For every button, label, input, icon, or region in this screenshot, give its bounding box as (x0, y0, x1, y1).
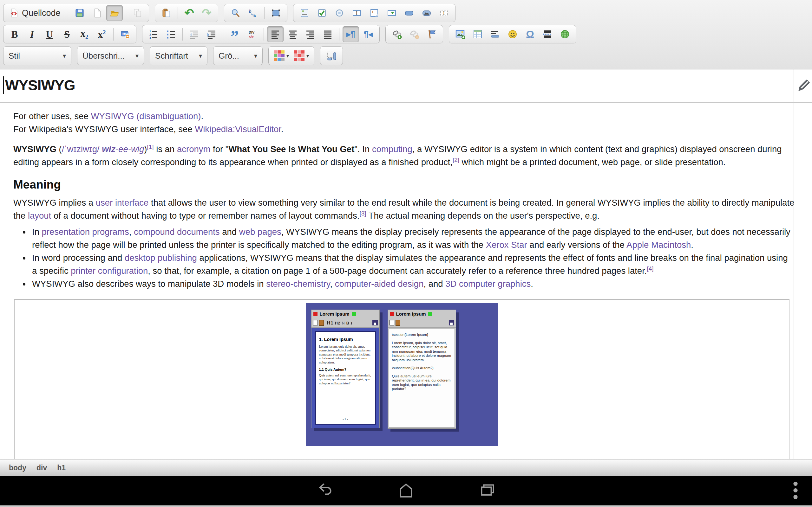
indent-button[interactable] (203, 26, 220, 42)
format-dropdown[interactable]: Überschri... ▾ (77, 46, 144, 65)
toolbar-group-paragraph: 123 ” DIV</> ▸¶ ¶◂ (142, 25, 380, 43)
chevron-down-icon: ▾ (199, 52, 202, 60)
window-close-icon (313, 312, 317, 316)
path-item-div[interactable]: div (37, 464, 47, 472)
path-item-body[interactable]: body (9, 464, 26, 472)
italic-button[interactable]: I (24, 26, 40, 42)
format-dropdown-label: Überschri... (83, 51, 125, 61)
redo-button[interactable]: ↷ (199, 5, 215, 21)
special-char-button[interactable]: Ω (522, 26, 538, 42)
figure-source-paragraph: Lorem ipsum, quia dolor sit, amet, conse… (392, 341, 452, 362)
separator (113, 28, 113, 41)
find-icon (231, 8, 240, 18)
align-left-icon (270, 30, 280, 39)
figure-right-content: \section{Lorem Ipsum} Lorem ipsum, quia … (389, 329, 455, 428)
figure-window-titlebar: Lorem Ipsum (311, 310, 379, 318)
horizontal-rule-button[interactable] (487, 26, 503, 42)
window-close-icon (390, 312, 394, 316)
blockquote-button[interactable]: ” (226, 26, 243, 42)
undo-button[interactable]: ↶ (181, 5, 198, 21)
style-dropdown[interactable]: Stil ▾ (3, 46, 71, 65)
copy-button[interactable] (130, 5, 146, 21)
open-folder-button[interactable] (106, 5, 123, 21)
anchor-button[interactable] (423, 26, 440, 42)
source-button[interactable]: Quellcode (6, 5, 65, 21)
text-color-icon (274, 50, 285, 61)
align-justify-button[interactable] (319, 26, 336, 42)
align-right-icon (305, 30, 315, 39)
save-icon (75, 8, 84, 18)
edit-pencil-icon[interactable] (795, 78, 812, 95)
paste-button[interactable] (158, 5, 174, 21)
page-title: WYSIWYG (0, 69, 812, 94)
insert-image-button[interactable] (452, 26, 468, 42)
radio-button-button[interactable] (331, 5, 348, 21)
align-right-button[interactable] (302, 26, 318, 42)
home-button[interactable] (397, 482, 415, 501)
superscript-button[interactable]: x2 (94, 26, 110, 42)
path-item-h1[interactable]: h1 (57, 464, 66, 472)
bidi-rtl-button[interactable]: ¶◂ (360, 26, 376, 42)
new-page-button[interactable] (89, 5, 105, 21)
maximize-button[interactable] (323, 48, 340, 64)
textarea-button[interactable]: I (366, 5, 383, 21)
text-field-button[interactable]: I (349, 5, 365, 21)
smiley-button[interactable] (504, 26, 521, 42)
toolbar-group-colors: ▾ ▾ (268, 46, 314, 65)
radio-button-icon (335, 8, 344, 18)
strikethrough-button[interactable]: S (59, 26, 75, 42)
insert-table-button[interactable] (469, 26, 486, 42)
save-button[interactable] (71, 5, 88, 21)
button-field-button[interactable] (401, 5, 417, 21)
select-all-button[interactable] (268, 5, 284, 21)
toolbar-group-document: Quellcode (3, 4, 149, 22)
toolbar-group-basicstyles: B I U S x2 x2 HTML (3, 25, 136, 43)
find-button[interactable] (227, 5, 244, 21)
toolbar-row-3: Stil ▾ Überschri... ▾ Schriftart ▾ Grö..… (3, 46, 809, 65)
hidden-field-icon: I (439, 8, 449, 18)
remove-format-button[interactable]: HTML (117, 26, 133, 42)
select-field-icon (387, 8, 397, 18)
screen-bottom-edge (0, 505, 812, 507)
div-container-button[interactable]: DIV</> (244, 26, 260, 42)
back-button[interactable] (316, 482, 334, 501)
select-field-button[interactable] (384, 5, 400, 21)
checkbox-button[interactable] (314, 5, 330, 21)
recents-button[interactable] (478, 482, 496, 501)
subscript-button[interactable]: x2 (76, 26, 93, 42)
list-item: In word processing and desktop publishin… (30, 251, 795, 277)
image-button-button[interactable] (418, 5, 435, 21)
background-color-button[interactable]: ▾ (292, 48, 311, 64)
link-button[interactable] (389, 26, 405, 42)
bidi-ltr-button[interactable]: ▸¶ (343, 26, 359, 42)
unlink-button[interactable] (406, 26, 422, 42)
bold-button[interactable]: B (6, 26, 23, 42)
align-center-button[interactable] (285, 26, 301, 42)
form-button[interactable] (296, 5, 313, 21)
strikethrough-icon: S (64, 30, 69, 39)
underline-icon: U (46, 30, 53, 39)
numbered-list-button[interactable]: 123 (145, 26, 162, 42)
bulleted-list-button[interactable] (163, 26, 179, 42)
background-color-icon (294, 50, 305, 61)
overflow-menu-button[interactable] (790, 481, 801, 503)
figure-page-subheading: 1.1 Quis Autem? (319, 368, 372, 372)
page-break-button[interactable] (539, 26, 556, 42)
paste-icon (396, 320, 400, 326)
paste-icon (161, 8, 171, 18)
outdent-button[interactable] (186, 26, 202, 42)
window-maximize-icon (428, 312, 432, 316)
page-break-icon (542, 29, 553, 39)
copy-icon (313, 320, 318, 326)
underline-button[interactable]: U (41, 26, 58, 42)
paste-icon (319, 320, 324, 326)
hidden-field-button[interactable]: I (436, 5, 452, 21)
replace-button[interactable]: ba (245, 5, 261, 21)
align-left-button[interactable] (267, 26, 284, 42)
figure-container[interactable]: Lorem Ipsum H1 H2 N B I (14, 299, 790, 459)
text-color-button[interactable]: ▾ (272, 48, 291, 64)
editor-document[interactable]: WYSIWYG For other uses, see WYSIWYG (dis… (0, 69, 812, 459)
font-dropdown[interactable]: Schriftart ▾ (150, 46, 207, 65)
size-dropdown[interactable]: Grö... ▾ (213, 46, 263, 65)
iframe-button[interactable] (557, 26, 573, 42)
